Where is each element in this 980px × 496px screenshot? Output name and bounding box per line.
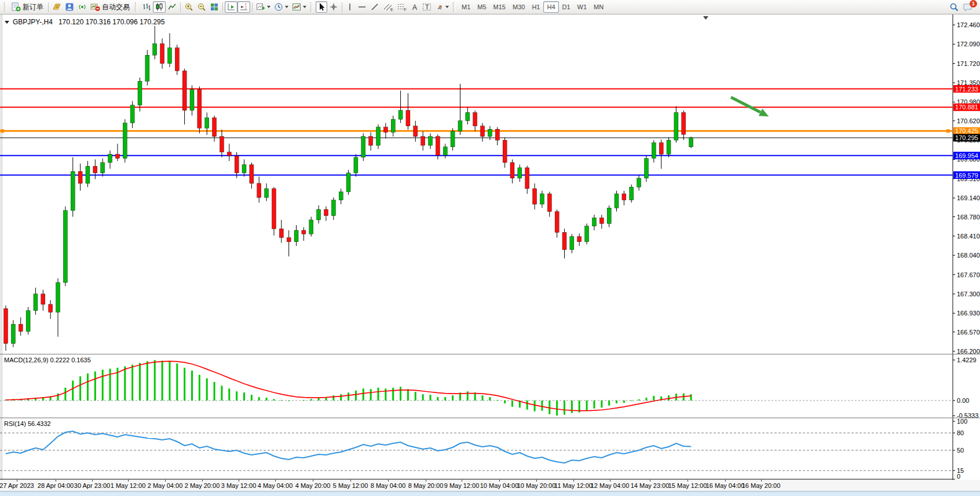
chart-shift-icon	[239, 2, 248, 12]
time-label: 14 May 23:00	[631, 482, 670, 489]
time-tick	[92, 480, 93, 482]
text-button[interactable]: A	[409, 1, 420, 13]
hline-handle[interactable]	[1, 129, 4, 133]
auto-trading-button[interactable]: 自动交易	[89, 1, 133, 13]
svg-text:170.295: 170.295	[955, 134, 978, 141]
zoom-out-button[interactable]	[195, 1, 208, 13]
symbol-dropdown-icon[interactable]	[5, 21, 9, 24]
toolbar-grip[interactable]	[453, 2, 456, 12]
bar-chart-button[interactable]	[140, 1, 153, 13]
search-button[interactable]	[948, 1, 961, 13]
time-label: 8 May 20:00	[408, 482, 444, 489]
depth-of-market-button[interactable]	[50, 1, 63, 13]
time-tick	[202, 480, 203, 482]
price-chart-panel: 172.460172.090171.720171.350170.980170.6…	[0, 14, 980, 355]
tile-windows-icon	[210, 2, 219, 12]
text-label-button[interactable]: T	[420, 1, 434, 13]
rsi-panel: 1008050150 RSI(14) 56.4332	[0, 418, 980, 480]
trend-arrow-annotation[interactable]	[731, 97, 760, 112]
auto-trading-icon	[90, 2, 100, 12]
timeframe-h4[interactable]: H4	[543, 1, 558, 13]
time-tick	[650, 480, 650, 482]
toolbar-grip[interactable]	[310, 2, 313, 12]
line-chart-button[interactable]	[166, 1, 178, 13]
svg-text:100: 100	[957, 418, 967, 425]
svg-text:167.300: 167.300	[957, 291, 980, 297]
svg-text:171.233: 171.233	[955, 86, 978, 93]
time-tick	[165, 480, 166, 482]
timeframe-m5[interactable]: M5	[474, 1, 489, 13]
time-axis[interactable]: 27 Apr 202328 Apr 04:0030 Apr 23:001 May…	[0, 480, 980, 491]
fibonacci-button[interactable]: F	[395, 1, 409, 13]
candlestick-chart-button[interactable]	[153, 1, 166, 13]
person-icon	[65, 2, 74, 12]
crosshair-button[interactable]	[327, 1, 340, 13]
toolbar-grip[interactable]	[4, 2, 7, 12]
time-label: 27 Apr 2023	[0, 482, 34, 489]
timeframe-d1[interactable]: D1	[559, 1, 574, 13]
svg-text:169.140: 169.140	[957, 194, 980, 201]
timeframe-mn[interactable]: MN	[590, 1, 607, 13]
svg-text:168.410: 168.410	[957, 233, 980, 240]
time-tick	[313, 480, 313, 482]
channel-icon: E	[383, 2, 393, 12]
status-strip	[0, 491, 980, 496]
symbol-period-label: GBPJPY-,H4	[13, 18, 53, 26]
macd-canvas[interactable]: 1.42290.00-0.5333	[0, 355, 980, 418]
zoom-in-button[interactable]	[182, 1, 195, 13]
toolbar-grip[interactable]	[135, 2, 138, 12]
indicators-button[interactable]	[254, 1, 272, 13]
arrows-button[interactable]	[434, 1, 451, 13]
svg-text:166.200: 166.200	[957, 348, 980, 355]
zoom-in-icon	[184, 2, 193, 12]
auto-scroll-button[interactable]	[225, 1, 237, 13]
dropdown-caret	[445, 6, 449, 8]
horizontal-lines[interactable]	[0, 89, 953, 175]
timeframe-m1[interactable]: M1	[458, 1, 474, 13]
time-tick	[239, 480, 239, 482]
rsi-line	[6, 431, 691, 463]
new-order-button[interactable]: 新订单	[9, 1, 46, 13]
timeframe-toolbar: M1M5M15M30H1H4D1W1MN	[458, 1, 607, 13]
timeframe-h1[interactable]: H1	[528, 1, 543, 13]
svg-text:168.040: 168.040	[957, 252, 980, 259]
separator	[180, 2, 181, 12]
tile-windows-button[interactable]	[208, 1, 221, 13]
timeframe-m15[interactable]: M15	[490, 1, 509, 13]
trendline-button[interactable]	[368, 1, 381, 13]
chart-shift-marker[interactable]	[703, 16, 708, 20]
separator	[222, 2, 223, 12]
price-chart-canvas[interactable]: 172.460172.090171.720171.350170.980170.6…	[0, 14, 980, 355]
equidistant-channel-button[interactable]: E	[381, 1, 395, 13]
periods-button[interactable]	[272, 1, 290, 13]
vertical-line-button[interactable]	[344, 1, 356, 13]
dropdown-caret	[267, 6, 270, 8]
cursor-icon	[317, 2, 326, 12]
notification-badge: 1	[970, 0, 977, 8]
chart-shift-button[interactable]	[237, 1, 250, 13]
svg-text:172.460: 172.460	[957, 21, 980, 28]
timeframe-w1[interactable]: W1	[574, 1, 591, 13]
svg-text:170.425: 170.425	[955, 127, 978, 134]
svg-text:166.930: 166.930	[957, 310, 980, 317]
rsi-canvas[interactable]: 1008050150	[0, 418, 980, 480]
mql5-community-button[interactable]	[63, 1, 76, 13]
svg-text:50: 50	[957, 447, 964, 454]
cursor-button[interactable]	[316, 1, 327, 13]
timeframe-m30[interactable]: M30	[509, 1, 528, 13]
macd-indicator-label: MACD(12,26,9) 0.2222 0.1635	[4, 357, 91, 363]
chat-button[interactable]: 1	[961, 1, 975, 13]
templates-button[interactable]	[290, 1, 308, 13]
svg-text:167.670: 167.670	[957, 271, 980, 278]
bar-chart-icon	[142, 2, 151, 12]
time-label: 16 May 20:00	[742, 482, 781, 489]
time-tick	[536, 480, 537, 482]
candles-layer	[4, 26, 693, 351]
hline-handle[interactable]	[946, 129, 950, 133]
signals-button[interactable]	[76, 1, 89, 13]
horizontal-line-button[interactable]	[356, 1, 368, 13]
time-tick	[499, 480, 500, 482]
time-label: 10 May 04:00	[480, 482, 519, 489]
auto-scroll-icon	[226, 2, 236, 12]
time-tick	[725, 480, 726, 482]
